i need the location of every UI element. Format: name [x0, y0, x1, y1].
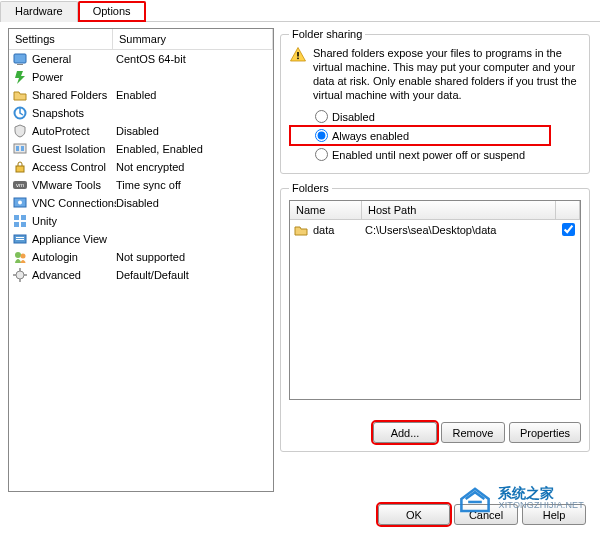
settings-row[interactable]: VNC ConnectionsDisabled	[9, 194, 273, 212]
settings-label: VMware Tools	[32, 179, 116, 191]
settings-summary: Not encrypted	[116, 161, 270, 173]
snapshots-icon	[12, 105, 28, 121]
tab-options[interactable]: Options	[78, 1, 146, 22]
settings-label: Advanced	[32, 269, 116, 281]
col-settings[interactable]: Settings	[9, 29, 113, 49]
svg-point-19	[15, 252, 21, 258]
settings-row[interactable]: Shared FoldersEnabled	[9, 86, 273, 104]
folder-enable-checkbox[interactable]	[562, 223, 575, 236]
settings-summary: Disabled	[116, 125, 270, 137]
svg-point-11	[18, 201, 22, 205]
settings-label: AutoProtect	[32, 125, 116, 137]
col-hostpath[interactable]: Host Path	[362, 201, 556, 219]
radio-always-label: Always enabled	[332, 130, 409, 142]
tab-hardware[interactable]: Hardware	[0, 1, 78, 22]
settings-label: Guest Isolation	[32, 143, 116, 155]
folders-list: Name Host Path dataC:\Users\sea\Desktop\…	[289, 200, 581, 400]
radio-disabled-label: Disabled	[332, 111, 375, 123]
radio-disabled-input[interactable]	[315, 110, 328, 123]
svg-rect-26	[297, 52, 299, 57]
svg-rect-27	[297, 58, 299, 60]
svg-text:vm: vm	[16, 182, 24, 188]
settings-summary: CentOS 64-bit	[116, 53, 270, 65]
svg-rect-5	[16, 146, 19, 151]
unity-icon	[12, 213, 28, 229]
settings-label: Unity	[32, 215, 116, 227]
svg-rect-15	[21, 222, 26, 227]
dialog-buttons: OK Cancel Help	[378, 504, 586, 525]
settings-row[interactable]: Appliance View	[9, 230, 273, 248]
settings-list: Settings Summary GeneralCentOS 64-bitPow…	[8, 28, 274, 492]
power-icon	[12, 69, 28, 85]
remove-button[interactable]: Remove	[441, 422, 505, 443]
shared-folders-icon	[12, 87, 28, 103]
col-enabled[interactable]	[556, 201, 580, 219]
access-control-icon	[12, 159, 28, 175]
settings-row[interactable]: Unity	[9, 212, 273, 230]
svg-rect-13	[21, 215, 26, 220]
svg-rect-14	[14, 222, 19, 227]
autoprotect-icon	[12, 123, 28, 139]
settings-summary: Enabled	[116, 89, 270, 101]
dialog-content: Settings Summary GeneralCentOS 64-bitPow…	[0, 22, 600, 492]
folder-sharing-legend: Folder sharing	[289, 28, 365, 40]
settings-row[interactable]: Access ControlNot encrypted	[9, 158, 273, 176]
help-button[interactable]: Help	[522, 504, 586, 525]
folder-sharing-group: Folder sharing Shared folders expose you…	[280, 28, 590, 174]
settings-row[interactable]: AutoProtectDisabled	[9, 122, 273, 140]
settings-row[interactable]: AutologinNot supported	[9, 248, 273, 266]
settings-summary: Not supported	[116, 251, 270, 263]
vnc-icon	[12, 195, 28, 211]
radio-until-poweroff[interactable]: Enabled until next power off or suspend	[289, 146, 581, 163]
settings-row[interactable]: AdvancedDefault/Default	[9, 266, 273, 284]
folders-group: Folders Name Host Path dataC:\Users\sea\…	[280, 182, 590, 452]
settings-row[interactable]: Guest IsolationEnabled, Enabled	[9, 140, 273, 158]
right-panel: Folder sharing Shared folders expose you…	[280, 28, 600, 492]
folder-row[interactable]: dataC:\Users\sea\Desktop\data	[290, 220, 580, 240]
settings-row[interactable]: Snapshots	[9, 104, 273, 122]
col-summary[interactable]: Summary	[113, 29, 273, 49]
folder-sharing-warning: Shared folders expose your files to prog…	[313, 46, 581, 102]
folder-name: data	[313, 224, 365, 236]
svg-rect-28	[469, 501, 483, 504]
svg-rect-6	[21, 146, 24, 151]
settings-header: Settings Summary	[9, 29, 273, 50]
svg-point-20	[21, 254, 26, 259]
add-button[interactable]: Add...	[373, 422, 437, 443]
cancel-button[interactable]: Cancel	[454, 504, 518, 525]
svg-rect-4	[14, 144, 26, 153]
folders-header: Name Host Path	[290, 201, 580, 220]
appliance-view-icon	[12, 231, 28, 247]
svg-rect-12	[14, 215, 19, 220]
warning-icon	[289, 46, 307, 64]
settings-summary: Enabled, Enabled	[116, 143, 270, 155]
settings-summary: Disabled	[116, 197, 270, 209]
svg-rect-7	[16, 166, 24, 172]
radio-always-input[interactable]	[315, 129, 328, 142]
col-name[interactable]: Name	[290, 201, 362, 219]
guest-isolation-icon	[12, 141, 28, 157]
settings-label: Autologin	[32, 251, 116, 263]
radio-disabled[interactable]: Disabled	[289, 108, 581, 125]
settings-summary: Default/Default	[116, 269, 270, 281]
settings-row[interactable]: Power	[9, 68, 273, 86]
advanced-icon	[12, 267, 28, 283]
properties-button[interactable]: Properties	[509, 422, 581, 443]
settings-row[interactable]: vmVMware ToolsTime sync off	[9, 176, 273, 194]
settings-rows: GeneralCentOS 64-bitPowerShared FoldersE…	[9, 50, 273, 491]
radio-until-input[interactable]	[315, 148, 328, 161]
settings-label: Appliance View	[32, 233, 116, 245]
svg-point-21	[16, 271, 24, 279]
svg-marker-2	[15, 71, 25, 84]
radio-always-enabled[interactable]: Always enabled	[289, 125, 551, 146]
settings-label: Snapshots	[32, 107, 116, 119]
ok-button[interactable]: OK	[378, 504, 450, 525]
folder-icon	[293, 222, 309, 238]
svg-rect-17	[16, 237, 24, 238]
settings-row[interactable]: GeneralCentOS 64-bit	[9, 50, 273, 68]
settings-label: Power	[32, 71, 116, 83]
settings-label: Access Control	[32, 161, 116, 173]
general-icon	[12, 51, 28, 67]
settings-summary: Time sync off	[116, 179, 270, 191]
svg-rect-0	[14, 54, 26, 63]
